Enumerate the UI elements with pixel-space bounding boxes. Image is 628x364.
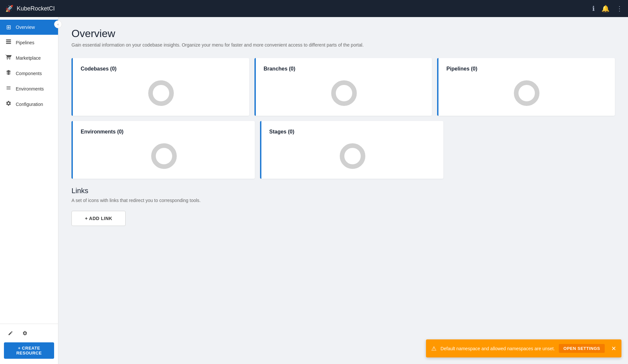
card-environments-title: Environments (0) (81, 129, 124, 135)
pipelines-icon (5, 39, 12, 46)
card-stages-title: Stages (0) (269, 129, 294, 135)
donut-codebases-chart (146, 78, 176, 108)
header-right: ℹ 🔔 ⋮ (592, 5, 623, 12)
page-description: Gain essential information on your codeb… (71, 42, 615, 48)
donut-stages-container (269, 141, 436, 171)
sidebar-item-label-environments: Environments (16, 86, 44, 91)
card-environments: Environments (0) (71, 121, 255, 179)
toast-warning-icon: ⚠ (431, 345, 436, 352)
sidebar: ‹ ⊞ Overview Pipelines Marketplace (0, 17, 58, 364)
sidebar-item-label-configuration: Configuration (16, 102, 43, 107)
sidebar-item-overview[interactable]: ⊞ Overview (0, 20, 58, 35)
card-branches-title: Branches (0) (264, 66, 295, 72)
sidebar-item-configuration[interactable]: Configuration (0, 96, 58, 112)
marketplace-icon (5, 54, 12, 62)
main-layout: ‹ ⊞ Overview Pipelines Marketplace (0, 17, 628, 364)
links-description: A set of icons with links that redirect … (71, 198, 615, 203)
donut-pipelines-container (446, 78, 607, 108)
app-header: 🚀 KubeRocketCI ℹ 🔔 ⋮ (0, 0, 628, 17)
add-link-button[interactable]: + ADD LINK (71, 211, 126, 226)
card-pipelines: Pipelines (0) (437, 58, 615, 116)
toast-message: Default namespace and allowed namespaces… (440, 346, 555, 351)
card-empty-slot (449, 121, 615, 179)
overview-icon: ⊞ (5, 24, 12, 31)
donut-branches-chart (329, 78, 359, 108)
sidebar-item-marketplace[interactable]: Marketplace (0, 50, 58, 66)
svg-point-6 (153, 146, 174, 167)
sidebar-item-environments[interactable]: Environments (0, 81, 58, 96)
toast-notification: ⚠ Default namespace and allowed namespac… (426, 339, 621, 357)
donut-pipelines-chart (512, 78, 541, 108)
main-content: Overview Gain essential information on y… (58, 17, 628, 364)
toast-open-settings-button[interactable]: OPEN SETTINGS (559, 344, 605, 353)
links-section: Links A set of icons with links that red… (71, 187, 615, 226)
edit-icon[interactable] (5, 328, 16, 338)
sidebar-item-label-pipelines: Pipelines (16, 40, 34, 45)
card-codebases: Codebases (0) (71, 58, 249, 116)
svg-rect-1 (6, 41, 11, 42)
svg-point-4 (334, 83, 355, 104)
sidebar-item-components[interactable]: Components (0, 66, 58, 81)
svg-point-7 (342, 146, 363, 167)
cards-row-top: Codebases (0) Branches (0) Pipelines (0) (71, 58, 615, 116)
more-menu-icon[interactable]: ⋮ (616, 5, 623, 12)
environments-icon (5, 85, 12, 92)
sidebar-item-label-overview: Overview (16, 25, 35, 30)
donut-codebases-container (81, 78, 241, 108)
logo-icon: 🚀 (5, 5, 13, 12)
links-title: Links (71, 187, 615, 195)
create-resource-button[interactable]: + CREATE RESOURCE (4, 342, 54, 359)
donut-environments-chart (149, 141, 179, 171)
card-pipelines-title: Pipelines (0) (446, 66, 477, 72)
sidebar-nav: ⊞ Overview Pipelines Marketplace Com (0, 17, 58, 324)
donut-stages-chart (338, 141, 367, 171)
info-icon[interactable]: ℹ (592, 5, 595, 12)
svg-point-3 (151, 83, 172, 104)
notifications-icon[interactable]: 🔔 (601, 5, 610, 12)
configuration-icon (5, 100, 12, 108)
components-icon (5, 70, 12, 77)
svg-point-5 (516, 83, 537, 104)
card-stages: Stages (0) (260, 121, 443, 179)
header-left: 🚀 KubeRocketCI (5, 5, 55, 12)
card-codebases-title: Codebases (0) (81, 66, 116, 72)
sidebar-collapse-button[interactable]: ‹ (54, 20, 62, 28)
sidebar-item-label-components: Components (16, 71, 42, 76)
sidebar-item-pipelines[interactable]: Pipelines (0, 35, 58, 50)
sidebar-bottom (0, 324, 58, 342)
cards-row-bottom: Environments (0) Stages (0) (71, 121, 615, 179)
svg-rect-2 (6, 43, 11, 44)
toast-close-icon[interactable]: ✕ (611, 345, 616, 352)
sidebar-item-label-marketplace: Marketplace (16, 55, 41, 61)
card-branches: Branches (0) (254, 58, 432, 116)
donut-environments-container (81, 141, 247, 171)
settings-icon[interactable] (20, 328, 30, 338)
app-title: KubeRocketCI (17, 5, 55, 12)
page-title: Overview (71, 28, 615, 40)
donut-branches-container (264, 78, 424, 108)
svg-rect-0 (6, 39, 11, 40)
